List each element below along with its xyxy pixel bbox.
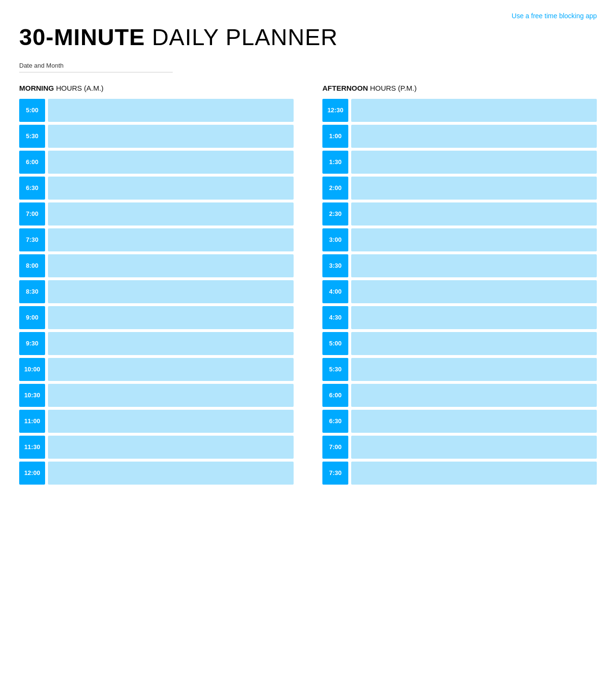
time-block[interactable] [48,332,294,355]
time-badge: 3:00 [322,228,348,251]
afternoon-rows: 12:301:001:302:002:303:003:304:004:305:0… [322,99,597,485]
time-badge: 8:30 [19,280,45,303]
time-block[interactable] [351,177,597,200]
time-badge: 9:00 [19,306,45,329]
time-badge: 7:00 [322,436,348,459]
time-row: 3:00 [322,228,597,251]
time-badge: 9:30 [19,332,45,355]
time-block[interactable] [48,384,294,407]
time-badge: 6:30 [19,177,45,200]
time-row: 6:30 [322,410,597,433]
time-row: 2:30 [322,202,597,226]
time-row: 5:00 [19,99,294,122]
time-block[interactable] [351,228,597,251]
time-row: 4:30 [322,306,597,329]
time-badge: 1:30 [322,151,348,174]
date-label: Date and Month [19,62,597,69]
date-section: Date and Month [19,62,597,72]
time-badge: 6:30 [322,410,348,433]
time-block[interactable] [351,125,597,148]
time-badge: 6:00 [19,151,45,174]
time-block[interactable] [48,177,294,200]
time-row: 11:00 [19,410,294,433]
morning-header-rest: HOURS (A.M.) [54,84,104,92]
time-row: 11:30 [19,436,294,459]
time-block[interactable] [48,228,294,251]
time-blocking-link[interactable]: Use a free time blocking app [512,12,597,20]
date-divider [19,72,173,72]
afternoon-header: AFTERNOON HOURS (P.M.) [322,84,597,92]
time-badge: 4:00 [322,280,348,303]
time-row: 3:30 [322,254,597,277]
title-bold: 30-MINUTE [19,24,145,50]
time-badge: 11:30 [19,436,45,459]
time-block[interactable] [48,436,294,459]
top-link-container: Use a free time blocking app [19,12,597,20]
time-badge: 5:00 [19,99,45,122]
time-block[interactable] [48,358,294,381]
morning-header-bold: MORNING [19,84,54,92]
time-row: 8:00 [19,254,294,277]
time-badge: 8:00 [19,254,45,277]
time-block[interactable] [351,358,597,381]
time-block[interactable] [48,306,294,329]
time-block[interactable] [351,254,597,277]
time-block[interactable] [48,280,294,303]
time-badge: 7:30 [19,228,45,251]
time-block[interactable] [351,151,597,174]
time-row: 6:00 [322,384,597,407]
time-block[interactable] [351,462,597,485]
time-columns: MORNING HOURS (A.M.) 5:005:306:006:307:0… [19,84,597,487]
time-badge: 1:00 [322,125,348,148]
time-block[interactable] [351,202,597,226]
time-row: 7:30 [322,462,597,485]
time-badge: 2:00 [322,177,348,200]
time-row: 7:30 [19,228,294,251]
time-block[interactable] [351,99,597,122]
time-row: 6:30 [19,177,294,200]
time-row: 6:00 [19,151,294,174]
time-block[interactable] [351,436,597,459]
time-block[interactable] [351,280,597,303]
time-badge: 2:30 [322,202,348,226]
time-row: 1:30 [322,151,597,174]
morning-column: MORNING HOURS (A.M.) 5:005:306:006:307:0… [19,84,294,487]
morning-rows: 5:005:306:006:307:007:308:008:309:009:30… [19,99,294,485]
time-block[interactable] [48,462,294,485]
afternoon-column: AFTERNOON HOURS (P.M.) 12:301:001:302:00… [322,84,597,487]
time-badge: 10:00 [19,358,45,381]
time-row: 10:00 [19,358,294,381]
time-block[interactable] [351,306,597,329]
time-block[interactable] [48,202,294,226]
time-badge: 7:00 [19,202,45,226]
time-row: 5:00 [322,332,597,355]
time-block[interactable] [48,254,294,277]
time-row: 7:00 [19,202,294,226]
time-badge: 4:30 [322,306,348,329]
time-badge: 5:30 [322,358,348,381]
time-badge: 10:30 [19,384,45,407]
time-row: 8:30 [19,280,294,303]
time-badge: 5:30 [19,125,45,148]
time-row: 9:00 [19,306,294,329]
time-row: 10:30 [19,384,294,407]
time-row: 1:00 [322,125,597,148]
time-badge: 7:30 [322,462,348,485]
time-row: 9:30 [19,332,294,355]
time-block[interactable] [48,151,294,174]
time-row: 7:00 [322,436,597,459]
morning-header: MORNING HOURS (A.M.) [19,84,294,92]
time-block[interactable] [351,384,597,407]
time-block[interactable] [48,99,294,122]
time-badge: 12:30 [322,99,348,122]
time-block[interactable] [351,410,597,433]
time-block[interactable] [48,410,294,433]
time-row: 5:30 [322,358,597,381]
time-badge: 6:00 [322,384,348,407]
page-title: 30-MINUTE DAILY PLANNER [19,25,597,50]
time-block[interactable] [351,332,597,355]
time-row: 4:00 [322,280,597,303]
time-row: 12:30 [322,99,597,122]
time-block[interactable] [48,125,294,148]
afternoon-header-bold: AFTERNOON [322,84,368,92]
